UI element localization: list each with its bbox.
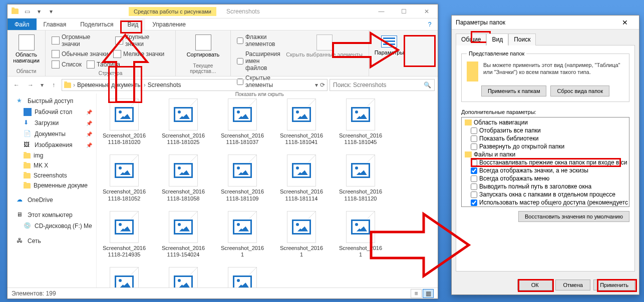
- file-item[interactable]: Screenshot_20161: [338, 211, 383, 258]
- file-item[interactable]: Screenshot_20161118-181041: [279, 98, 324, 146]
- sidebar-pictures[interactable]: 🖼Изображения📌: [8, 140, 96, 150]
- nav-history-button[interactable]: ▾: [39, 79, 46, 91]
- tab-view[interactable]: Вид: [120, 18, 145, 30]
- tab-share[interactable]: Поделиться: [73, 18, 120, 30]
- file-item[interactable]: Screenshot_20161118-181052: [102, 154, 147, 202]
- nav-pane-button[interactable]: Область навигации: [12, 32, 41, 66]
- sidebar-cddrive[interactable]: 💿CD-дисковод (F:) Me: [8, 220, 96, 232]
- sidebar-desktop[interactable]: Рабочий стол📌: [8, 106, 96, 118]
- refresh-icon[interactable]: ⟳: [320, 82, 325, 88]
- file-item[interactable]: Screenshot_20161: [102, 267, 147, 288]
- cb-file-extensions[interactable]: Расширения имен файлов: [235, 50, 284, 72]
- dialog-tab-view[interactable]: Вид: [486, 34, 508, 46]
- view-details-button[interactable]: ≡: [411, 289, 422, 298]
- file-item[interactable]: Screenshot_20161118-181109: [220, 154, 265, 202]
- tab-file[interactable]: Файл: [8, 18, 37, 30]
- contextual-tab-title: Средства работы с рисунками: [129, 7, 216, 16]
- cancel-button[interactable]: Отмена: [555, 280, 590, 290]
- qat-properties[interactable]: ▭: [22, 6, 33, 17]
- star-icon: ★: [17, 97, 25, 105]
- nav-up-button[interactable]: ↑: [48, 79, 60, 91]
- tree-item[interactable]: Выводить полный путь в заголовке окна: [463, 182, 628, 190]
- sidebar-thispc[interactable]: 🖥Этот компьютер: [8, 210, 96, 220]
- tree-item[interactable]: Всегда отображать меню: [463, 174, 628, 182]
- apply-button[interactable]: Применить: [593, 280, 635, 290]
- file-item[interactable]: Screenshot_20161118-181120: [338, 154, 383, 202]
- maximize-button[interactable]: ☐: [393, 4, 415, 18]
- file-item[interactable]: Screenshot_20161119-154024: [161, 211, 206, 258]
- file-item[interactable]: Screenshot_20161118-181114: [279, 154, 324, 202]
- tree-item[interactable]: Развернуть до открытой папки: [463, 142, 628, 150]
- addressbar-dropdown-icon[interactable]: ▾: [315, 82, 318, 88]
- layout-small-icons[interactable]: Мелкие значки: [111, 49, 166, 59]
- restore-defaults-button[interactable]: Восстановить значения по умолчанию: [518, 211, 629, 222]
- folder-view-fieldset: Представление папок Вы можете применить …: [461, 50, 629, 102]
- qat-new-folder[interactable]: ▾: [34, 6, 45, 17]
- file-item[interactable]: Screenshot_20161: [161, 267, 206, 288]
- layout-large-icons[interactable]: Крупные значки: [113, 32, 171, 48]
- reset-folders-button[interactable]: Сброс вида папок: [550, 86, 609, 96]
- file-list[interactable]: Screenshot_20161118-181020Screenshot_201…: [97, 94, 438, 288]
- tree-item[interactable]: Восстанавливать прежние окна папок при в…: [463, 158, 628, 166]
- sidebar-onedrive[interactable]: ☁OneDrive: [8, 194, 96, 206]
- hide-selected-button[interactable]: Скрыть выбранные элементы: [284, 32, 365, 75]
- tab-manage[interactable]: Управление: [145, 18, 193, 30]
- sidebar-tempdocs[interactable]: Временные докуме: [8, 180, 96, 190]
- search-box[interactable]: 🔍: [330, 79, 435, 91]
- ok-button[interactable]: ОК: [517, 280, 552, 290]
- file-item[interactable]: Screenshot_20161: [279, 211, 324, 258]
- sidebar-network[interactable]: 🖧Сеть: [8, 236, 96, 246]
- breadcrumb-item[interactable]: Screenshots: [148, 82, 181, 88]
- file-item[interactable]: Screenshot_20161118-214935: [102, 211, 147, 258]
- cb-item-flags[interactable]: Флажки элементов: [235, 32, 284, 48]
- file-item[interactable]: Screenshot_20161: [220, 211, 265, 258]
- tree-item[interactable]: Отобразить все папки: [463, 126, 628, 134]
- file-item[interactable]: Screenshot_20161118-181020: [102, 98, 147, 146]
- address-bar[interactable]: › Временные документы › Screenshots ▾ ⟳: [62, 79, 328, 91]
- layout-table[interactable]: Таблица: [85, 60, 122, 70]
- advanced-settings-tree[interactable]: Область навигации Отобразить все папки П…: [461, 117, 629, 207]
- tab-home[interactable]: Главная: [37, 18, 74, 30]
- file-item[interactable]: Screenshot_20161118-181025: [161, 98, 206, 146]
- layout-normal-icons[interactable]: Обычные значки: [50, 49, 110, 59]
- tree-item[interactable]: Использовать мастер общего доступа (реко…: [463, 198, 628, 206]
- layout-list[interactable]: Список: [50, 60, 84, 70]
- sort-button[interactable]: Сортировать: [180, 32, 226, 60]
- view-icons-button[interactable]: ▦: [423, 289, 434, 298]
- dialog-close-button[interactable]: ✕: [615, 18, 635, 26]
- image-icon: [233, 163, 252, 178]
- minimize-button[interactable]: —: [370, 4, 393, 18]
- breadcrumb-item[interactable]: Временные документы: [77, 82, 142, 88]
- dialog-tab-general[interactable]: Общие: [456, 34, 486, 46]
- apply-to-folders-button[interactable]: Применить к папкам: [481, 86, 547, 96]
- image-icon: [174, 163, 193, 178]
- tree-item-always-icons[interactable]: Всегда отображать значки, а не эскизы: [463, 166, 628, 174]
- tree-header-navpane[interactable]: Область навигации: [463, 118, 628, 126]
- tree-item[interactable]: Запускать окна с папками в отдельном про…: [463, 190, 628, 198]
- sidebar-mkx[interactable]: MK X: [8, 160, 96, 170]
- dialog-tab-search[interactable]: Поиск: [508, 34, 536, 46]
- tree-item[interactable]: Показать библиотеки: [463, 134, 628, 142]
- options-button[interactable]: Параметры: [373, 32, 405, 58]
- tree-header-files[interactable]: Файлы и папки: [463, 150, 628, 158]
- nav-forward-button[interactable]: →: [25, 79, 37, 91]
- file-item[interactable]: Screenshot_20161118-181058: [161, 154, 206, 202]
- sidebar-img[interactable]: img: [8, 150, 96, 160]
- sidebar-screenshots[interactable]: Screenshots: [8, 170, 96, 180]
- sidebar-quick-access[interactable]: ★Быстрый доступ: [8, 96, 96, 106]
- search-input[interactable]: [333, 82, 424, 88]
- nav-back-button[interactable]: ←: [11, 79, 23, 91]
- file-thumbnail: [346, 154, 375, 186]
- image-icon: [174, 220, 193, 234]
- file-item[interactable]: Screenshot_20161: [220, 267, 265, 288]
- file-item[interactable]: Screenshot_20161118-181045: [338, 98, 383, 146]
- sidebar-downloads[interactable]: ⬇Загрузки📌: [8, 118, 96, 128]
- file-name: Screenshot_20161: [338, 245, 383, 258]
- sidebar-documents[interactable]: 📄Документы📌: [8, 128, 96, 140]
- qat-dropdown[interactable]: ▾: [46, 6, 57, 17]
- dialog-titlebar: Параметры папок ✕: [452, 16, 639, 30]
- close-button[interactable]: ✕: [415, 4, 438, 18]
- file-item[interactable]: Screenshot_20161118-181037: [220, 98, 265, 146]
- layout-huge-icons[interactable]: Огромные значки: [50, 32, 112, 48]
- ribbon-help-icon[interactable]: ?: [422, 18, 438, 30]
